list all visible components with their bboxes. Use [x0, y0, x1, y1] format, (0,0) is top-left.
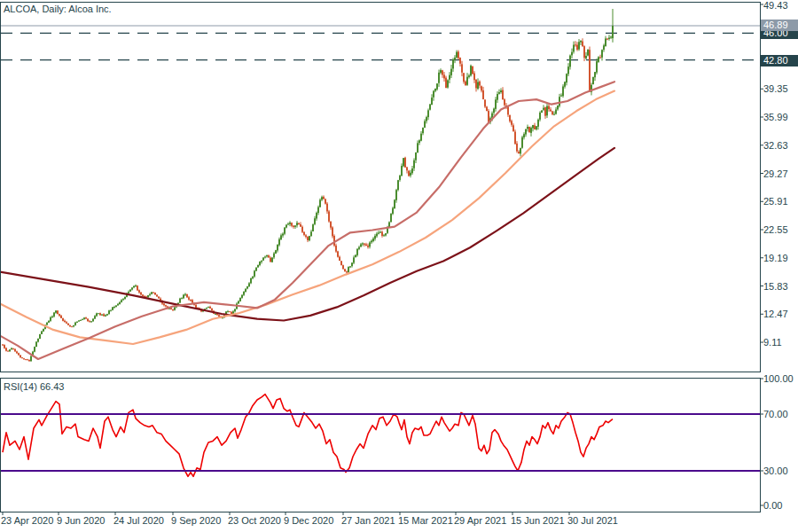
current-price-badge: 46.89 [761, 20, 798, 31]
price-axis-label: 15.83 [763, 281, 788, 292]
trading-chart-window: ALCOA, Daily: Alcoa Inc. RSI(14) 66.43 4… [0, 0, 798, 532]
date-axis-label: 23 Apr 2020 [1, 515, 53, 526]
price-axis-label: 29.27 [763, 168, 788, 179]
rsi-axis-label: 100.00 [763, 373, 794, 384]
date-axis-label: 24 Jul 2020 [113, 515, 164, 526]
price-axis-label: 25.91 [763, 196, 788, 207]
date-axis-label: 9 Dec 2020 [284, 515, 333, 526]
price-axis-label: 39.35 [763, 83, 788, 94]
date-axis-label: 23 Oct 2020 [228, 515, 281, 526]
price-axis-label: 19.19 [763, 253, 788, 263]
price-axis-label: 12.47 [763, 309, 788, 319]
price-axis-label: 32.63 [763, 140, 788, 151]
date-axis-label: 29 Apr 2021 [454, 515, 506, 526]
rsi-axis-label: 0.00 [763, 500, 782, 511]
date-axis-label: 15 Mar 2021 [398, 515, 453, 526]
rsi-axis-label: 30.00 [763, 466, 788, 476]
price-axis-label: 35.99 [763, 112, 788, 122]
date-axis-label: 27 Jan 2021 [341, 515, 395, 526]
rsi-indicator-panel[interactable] [0, 378, 761, 512]
price-axis-label: 49.43 [763, 0, 788, 11]
date-axis-label: 30 Jul 2021 [567, 515, 618, 526]
level-price-badge-4280: 42.80 [761, 55, 798, 66]
date-axis-label: 15 Jun 2021 [511, 515, 565, 526]
rsi-indicator-label: RSI(14) 66.43 [4, 381, 64, 392]
main-chart-panel[interactable] [0, 2, 761, 372]
rsi-axis-label: 70.00 [763, 409, 788, 419]
price-axis-label: 9.11 [763, 337, 782, 348]
symbol-title: ALCOA, Daily: Alcoa Inc. [4, 4, 112, 14]
date-axis-label: 9 Jun 2020 [57, 515, 105, 526]
price-axis-label: 22.55 [763, 224, 788, 235]
date-axis-label: 9 Sep 2020 [171, 515, 221, 526]
